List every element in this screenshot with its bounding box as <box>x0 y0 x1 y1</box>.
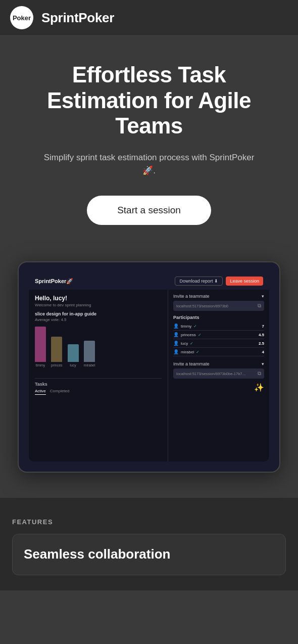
user-icon-lucy: 👤 <box>173 341 179 346</box>
logo-circle: Poker <box>10 6 33 29</box>
invite-url-text-1: localhost:5173/session/8973b0 <box>176 304 228 308</box>
user-icon-mirabel: 👤 <box>173 349 179 354</box>
leave-session-button[interactable]: Leave session <box>226 277 263 286</box>
inner-task-tabs: Active Completed <box>35 389 162 395</box>
chart-legend: vote <box>35 326 162 330</box>
inner-welcome: Welcome to dev sprint planning <box>35 303 162 307</box>
inner-left-panel: Hello, lucy! Welcome to dev sprint plann… <box>29 290 168 462</box>
participant-name-lucy: lucy <box>181 341 188 346</box>
chevron-down-icon-2: ▾ <box>262 361 264 366</box>
bar-princess <box>51 337 62 362</box>
inner-avg-vote: Average vote: 4.5 <box>35 317 162 322</box>
hero-subtext: Simplify sprint task estimation process … <box>40 151 258 178</box>
download-report-button[interactable]: Download report ⬇ <box>175 277 223 286</box>
bar-group-mirabel: mirabel <box>84 341 95 367</box>
inner-app: SprintPoker🚀 Download report ⬇ Leave ses… <box>29 272 269 462</box>
checkmark-timmy: ✓ <box>193 324 197 329</box>
hero-headline: Effortless Task Estimation for Agile Tea… <box>15 62 283 139</box>
inner-hello: Hello, lucy! <box>35 295 162 302</box>
screenshot-wrapper: SprintPoker🚀 Download report ⬇ Leave ses… <box>0 245 298 498</box>
features-card: Seamless collaboration <box>12 534 286 575</box>
bar-label-mirabel: mirabel <box>84 363 95 367</box>
inner-task-title: slice design for in-app guide <box>35 311 162 316</box>
participant-row-timmy: 👤 timmy ✓ 7 <box>173 322 264 331</box>
participant-name-mirabel: mirabel <box>181 350 194 354</box>
checkmark-princess: ✓ <box>198 333 202 337</box>
start-session-button[interactable]: Start a session <box>87 196 211 225</box>
user-icon-princess: 👤 <box>173 332 179 337</box>
invite-url-row-1: localhost:5173/session/8973b0 ⧉ <box>173 301 264 311</box>
participant-score-princess: 4.5 <box>259 333 264 337</box>
inner-brand: SprintPoker🚀 <box>35 278 73 285</box>
bar-group-timmy: timmy <box>35 327 46 367</box>
bar-label-princess: princes <box>51 363 63 367</box>
invite-header-2: Invite a teammate ▾ <box>173 361 264 366</box>
tablet-frame: SprintPoker🚀 Download report ⬇ Leave ses… <box>18 261 280 473</box>
app-title: SprintPoker <box>41 10 114 26</box>
copy-icon-2[interactable]: ⧉ <box>258 371 261 377</box>
participant-name-timmy: timmy <box>181 324 191 329</box>
checkmark-lucy: ✓ <box>190 341 193 346</box>
participant-score-lucy: 2.5 <box>259 341 264 346</box>
bar-timmy <box>35 327 46 362</box>
features-card-title: Seamless collaboration <box>24 546 274 562</box>
logo-text: Poker <box>13 14 31 22</box>
participant-row-lucy: 👤 lucy ✓ 2.5 <box>173 339 264 348</box>
inner-app-header: SprintPoker🚀 Download report ⬇ Leave ses… <box>29 272 269 290</box>
app-header: Poker SprintPoker <box>0 0 298 36</box>
wand-icon-wrapper: ✨ <box>173 383 264 392</box>
inner-header-buttons: Download report ⬇ Leave session <box>175 277 263 286</box>
participant-name-princess: princess <box>181 333 196 337</box>
tab-active[interactable]: Active <box>35 389 46 395</box>
copy-icon-1[interactable]: ⧉ <box>258 303 261 309</box>
bar-group-princess: princes <box>51 337 63 367</box>
bar-lucy <box>68 344 79 362</box>
inner-right-panel: Invite a teammate ▾ localhost:5173/sessi… <box>168 290 269 462</box>
checkmark-mirabel: ✓ <box>196 350 200 354</box>
bar-group-lucy: lucy <box>68 344 79 367</box>
bar-mirabel <box>84 341 95 362</box>
wand-icon: ✨ <box>254 383 264 392</box>
participant-score-timmy: 7 <box>262 324 264 329</box>
invite-url-row-2: localhost:5173/session/8973b0be-17b7-457… <box>173 369 264 379</box>
participant-score-mirabel: 4 <box>262 350 264 354</box>
features-label: FEATURES <box>12 518 286 526</box>
inner-tasks-label: Tasks <box>35 378 162 387</box>
tab-completed[interactable]: Completed <box>50 389 70 395</box>
chevron-down-icon: ▾ <box>262 294 264 299</box>
hero-section: Effortless Task Estimation for Agile Tea… <box>0 36 298 245</box>
participant-row-mirabel: 👤 mirabel ✓ 4 <box>173 348 264 356</box>
bar-label-lucy: lucy <box>70 363 76 367</box>
features-section: FEATURES Seamless collaboration <box>0 498 298 590</box>
bar-label-timmy: timmy <box>36 363 45 367</box>
download-icon: ⬇ <box>214 279 218 284</box>
bar-chart: timmy princes lucy mirabel <box>35 335 162 375</box>
invite-header-1: Invite a teammate ▾ <box>173 294 264 299</box>
invite-section-1: Invite a teammate ▾ localhost:5173/sessi… <box>173 294 264 311</box>
participant-row-princess: 👤 princess ✓ 4.5 <box>173 331 264 339</box>
invite-section-2: Invite a teammate ▾ localhost:5173/sessi… <box>173 361 264 379</box>
invite-url-text-2: localhost:5173/session/8973b0be-17b7-457… <box>176 372 247 376</box>
inner-content: Hello, lucy! Welcome to dev sprint plann… <box>29 290 269 462</box>
participants-label: Participants <box>173 315 264 320</box>
user-icon-timmy: 👤 <box>173 324 179 329</box>
